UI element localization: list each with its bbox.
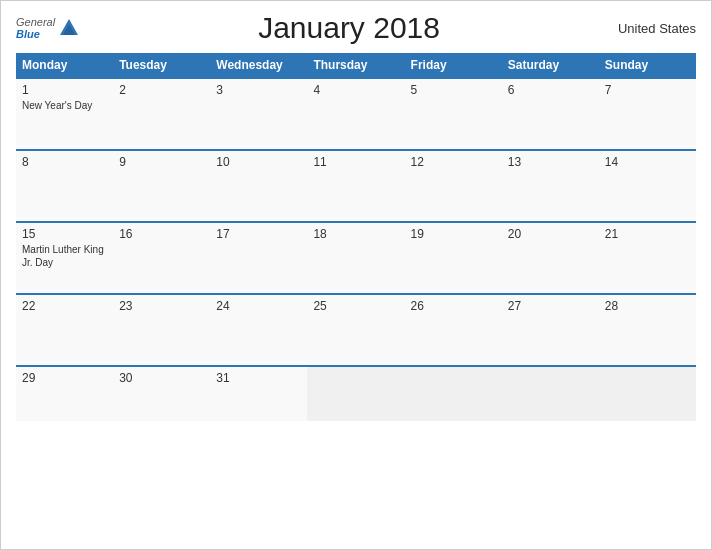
day-number: 21: [605, 227, 690, 241]
day-number: 12: [411, 155, 496, 169]
table-row: 31: [210, 366, 307, 421]
calendar-grid: Monday Tuesday Wednesday Thursday Friday…: [16, 53, 696, 421]
holiday-label: Martin Luther King Jr. Day: [22, 243, 107, 269]
header-monday: Monday: [16, 53, 113, 78]
logo-general-text: General: [16, 16, 55, 28]
table-row: 25: [307, 294, 404, 366]
header-friday: Friday: [405, 53, 502, 78]
day-number: 26: [411, 299, 496, 313]
day-number: 4: [313, 83, 398, 97]
day-number: 19: [411, 227, 496, 241]
day-number: 13: [508, 155, 593, 169]
day-number: 1: [22, 83, 107, 97]
weekday-header-row: Monday Tuesday Wednesday Thursday Friday…: [16, 53, 696, 78]
day-number: 30: [119, 371, 204, 385]
calendar-container: General Blue January 2018 United States …: [0, 0, 712, 550]
country-label: United States: [618, 21, 696, 36]
table-row: 20: [502, 222, 599, 294]
day-number: 11: [313, 155, 398, 169]
day-number: 28: [605, 299, 690, 313]
table-row: 7: [599, 78, 696, 150]
day-number: 2: [119, 83, 204, 97]
day-number: 22: [22, 299, 107, 313]
day-number: 3: [216, 83, 301, 97]
table-row: 22: [16, 294, 113, 366]
table-row: 8: [16, 150, 113, 222]
table-row: 9: [113, 150, 210, 222]
day-number: 7: [605, 83, 690, 97]
table-row: 12: [405, 150, 502, 222]
calendar-week-row: 891011121314: [16, 150, 696, 222]
table-row: 26: [405, 294, 502, 366]
calendar-week-row: 1New Year's Day234567: [16, 78, 696, 150]
day-number: 27: [508, 299, 593, 313]
table-row: 3: [210, 78, 307, 150]
table-row: [405, 366, 502, 421]
table-row: 23: [113, 294, 210, 366]
table-row: 14: [599, 150, 696, 222]
table-row: 27: [502, 294, 599, 366]
logo-blue-text: Blue: [16, 28, 55, 40]
table-row: 11: [307, 150, 404, 222]
logo-icon: [58, 17, 80, 39]
day-number: 29: [22, 371, 107, 385]
calendar-week-row: 22232425262728: [16, 294, 696, 366]
table-row: 17: [210, 222, 307, 294]
table-row: 10: [210, 150, 307, 222]
day-number: 9: [119, 155, 204, 169]
table-row: 13: [502, 150, 599, 222]
day-number: 5: [411, 83, 496, 97]
table-row: 16: [113, 222, 210, 294]
calendar-title: January 2018: [80, 11, 618, 45]
calendar-week-row: 15Martin Luther King Jr. Day161718192021: [16, 222, 696, 294]
table-row: 19: [405, 222, 502, 294]
header-tuesday: Tuesday: [113, 53, 210, 78]
day-number: 8: [22, 155, 107, 169]
table-row: 18: [307, 222, 404, 294]
table-row: [502, 366, 599, 421]
header-saturday: Saturday: [502, 53, 599, 78]
table-row: 30: [113, 366, 210, 421]
day-number: 20: [508, 227, 593, 241]
header-wednesday: Wednesday: [210, 53, 307, 78]
day-number: 10: [216, 155, 301, 169]
day-number: 16: [119, 227, 204, 241]
table-row: 4: [307, 78, 404, 150]
table-row: 28: [599, 294, 696, 366]
table-row: 24: [210, 294, 307, 366]
table-row: 5: [405, 78, 502, 150]
header-sunday: Sunday: [599, 53, 696, 78]
calendar-week-row: 293031: [16, 366, 696, 421]
table-row: 6: [502, 78, 599, 150]
day-number: 25: [313, 299, 398, 313]
day-number: 6: [508, 83, 593, 97]
table-row: 21: [599, 222, 696, 294]
day-number: 23: [119, 299, 204, 313]
day-number: 14: [605, 155, 690, 169]
day-number: 24: [216, 299, 301, 313]
day-number: 17: [216, 227, 301, 241]
day-number: 15: [22, 227, 107, 241]
table-row: [307, 366, 404, 421]
day-number: 18: [313, 227, 398, 241]
holiday-label: New Year's Day: [22, 99, 107, 112]
day-number: 31: [216, 371, 301, 385]
table-row: 29: [16, 366, 113, 421]
header-thursday: Thursday: [307, 53, 404, 78]
table-row: 15Martin Luther King Jr. Day: [16, 222, 113, 294]
table-row: 1New Year's Day: [16, 78, 113, 150]
table-row: 2: [113, 78, 210, 150]
table-row: [599, 366, 696, 421]
calendar-header: General Blue January 2018 United States: [16, 11, 696, 45]
logo: General Blue: [16, 16, 80, 40]
